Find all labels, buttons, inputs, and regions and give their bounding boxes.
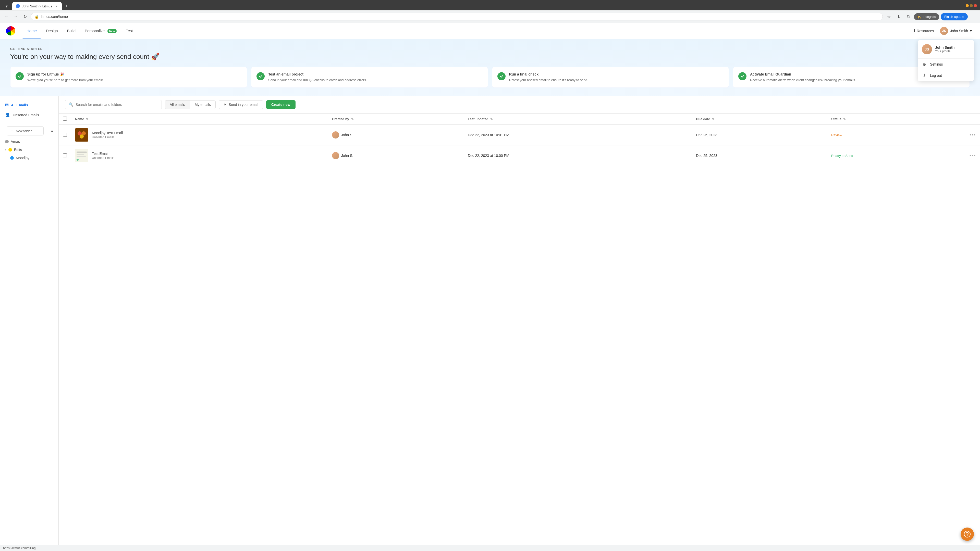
email-table-scroll[interactable]: Name ⇅ Created by ⇅ Last updated ⇅ (59, 114, 980, 551)
address-input[interactable] (41, 14, 879, 19)
svg-point-10 (964, 531, 970, 537)
nav-item-home[interactable]: Home (22, 27, 41, 35)
user-menu-button[interactable]: JS John Smith ▾ (938, 26, 974, 36)
dropdown-settings-item[interactable]: ⚙ Settings (918, 59, 974, 70)
user-avatar: JS (940, 27, 948, 35)
help-button[interactable] (961, 527, 974, 541)
incognito-button[interactable]: 🕵 Incognito (914, 13, 939, 20)
address-bar[interactable]: 🔒 (30, 13, 883, 21)
new-folder-button[interactable]: ＋ New folder (6, 126, 44, 135)
row-1-status-badge: Ready to Send (831, 154, 853, 158)
browser-tab-litmus[interactable]: John Smith > Litmus × (12, 2, 62, 10)
header-created-by[interactable]: Created by ⇅ (328, 114, 464, 125)
task-card-0: Sign up for Litmus 🎉 We're glad you're h… (10, 67, 247, 88)
new-tab-button[interactable]: + (63, 3, 70, 10)
task-check-2 (497, 72, 506, 80)
task-desc-3: Receive automatic alerts when client cha… (750, 78, 856, 83)
finish-update-button[interactable]: Finish update (941, 13, 968, 21)
header-due-date[interactable]: Due date ⇅ (692, 114, 827, 125)
folder-dot-moodjoy (10, 156, 14, 160)
sidebar-folder-edits[interactable]: ▾ Edits (0, 146, 59, 154)
nav-item-build[interactable]: Build (63, 27, 80, 35)
nav-item-test[interactable]: Test (122, 27, 137, 35)
my-emails-filter-button[interactable]: My emails (190, 100, 215, 109)
task-card-1: Test an email project Send in your email… (251, 67, 488, 88)
row-1-actions-cell: ••• (966, 145, 980, 166)
header-status[interactable]: Status ⇅ (827, 114, 966, 125)
sidebar-folder-moodjoy[interactable]: Moodjoy (0, 154, 59, 162)
personalize-new-badge: New (107, 29, 117, 33)
row-1-status-cell: Ready to Send (827, 145, 966, 166)
tab-list-btn[interactable]: ▾ (3, 3, 10, 10)
row-0-updated-cell: Dec 22, 2023 at 10:01 PM (464, 125, 692, 145)
row-0-checkbox[interactable] (63, 133, 67, 137)
row-1-checkbox[interactable] (63, 153, 67, 157)
email-list-toolbar: 🔍 All emails My emails ✈ Send in your em… (59, 96, 980, 114)
close-button[interactable] (974, 4, 977, 7)
nav-item-personalize[interactable]: Personalize New (81, 27, 121, 35)
header-actions (966, 114, 980, 125)
all-emails-filter-button[interactable]: All emails (165, 100, 189, 109)
row-1-due-cell: Dec 25, 2023 (692, 145, 827, 166)
dropdown-user-name: John Smith (935, 45, 955, 49)
tab-bar: ▾ John Smith > Litmus × + (0, 0, 980, 10)
email-0-thumbnail (75, 128, 88, 141)
download-button[interactable]: ⬇ (894, 13, 903, 21)
refresh-button[interactable]: ↻ (21, 13, 29, 20)
header-last-updated[interactable]: Last updated ⇅ (464, 114, 692, 125)
lock-icon: 🔒 (35, 14, 39, 19)
table-row[interactable]: Moodjoy Test Email Unsorted Emails John … (59, 125, 980, 145)
row-0-more-button[interactable]: ••• (969, 132, 976, 138)
list-view-button[interactable]: ≡ (49, 127, 56, 135)
maximize-button[interactable] (970, 4, 973, 7)
back-button[interactable]: ← (3, 13, 10, 20)
row-1-creator: John S. (341, 154, 353, 158)
bookmark-button[interactable]: ☆ (885, 13, 893, 21)
table-row[interactable]: Test Email Unsorted Emails John S. (59, 145, 980, 166)
sort-due-icon: ⇅ (712, 118, 714, 121)
search-input[interactable] (76, 103, 158, 106)
chevron-icon-edits: ▾ (5, 148, 6, 151)
sort-status-icon: ⇅ (843, 118, 845, 121)
sidebar-item-unsorted[interactable]: 👤 Unsorted Emails (0, 110, 59, 120)
dropdown-avatar: JS (922, 44, 932, 54)
browser-chrome: ▾ John Smith > Litmus × + ← → ↻ 🔒 ☆ ⬇ ⧉ (0, 0, 980, 23)
row-1-checkbox-cell (59, 145, 71, 166)
task-title-3: Activate Email Guardian (750, 72, 856, 76)
send-icon: ✈ (224, 103, 227, 106)
select-all-checkbox[interactable] (63, 117, 67, 121)
sort-name-icon: ⇅ (86, 118, 88, 121)
email-1-folder: Unsorted Emails (92, 156, 115, 160)
litmus-logo[interactable] (6, 26, 15, 35)
new-folder-label: New folder (16, 129, 32, 133)
header-name[interactable]: Name ⇅ (71, 114, 328, 125)
browser-menu-button[interactable]: ⋮ (969, 13, 977, 21)
sidebar-folder-amas[interactable]: Amas (0, 138, 59, 146)
tab-close-button[interactable]: × (54, 4, 58, 8)
row-1-more-button[interactable]: ••• (969, 153, 976, 158)
svg-point-11 (967, 535, 967, 536)
user-dropdown-menu: JS John Smith Your profile ⚙ Settings ⤴ … (918, 40, 974, 81)
email-table-body: Moodjoy Test Email Unsorted Emails John … (59, 125, 980, 166)
send-in-email-button[interactable]: ✈ Send in your email (219, 100, 263, 109)
svg-point-9 (76, 159, 79, 161)
svg-rect-8 (76, 156, 86, 157)
task-cards: Sign up for Litmus 🎉 We're glad you're h… (10, 67, 970, 88)
sidebar-all-emails-label: All Emails (11, 103, 28, 107)
nav-item-design[interactable]: Design (42, 27, 62, 35)
split-button[interactable]: ⧉ (904, 13, 912, 21)
forward-button[interactable]: → (12, 13, 19, 20)
nav-items: Home Design Build Personalize New Test (22, 27, 914, 35)
search-box[interactable]: 🔍 (65, 100, 162, 109)
email-0-name: Moodjoy Test Email (92, 131, 123, 135)
dropdown-profile-section[interactable]: JS John Smith Your profile (918, 40, 974, 59)
row-0-avatar (332, 131, 339, 138)
search-icon: 🔍 (68, 102, 73, 107)
dropdown-logout-item[interactable]: ⤴ Log out (918, 70, 974, 81)
minimize-button[interactable] (966, 4, 969, 7)
resources-button[interactable]: ℹ Resources (914, 28, 934, 33)
create-new-button[interactable]: Create new (266, 100, 296, 109)
dropdown-settings-label: Settings (930, 62, 943, 66)
sidebar-item-all-emails[interactable]: ✉ All Emails (0, 100, 59, 110)
unsorted-icon: 👤 (5, 113, 10, 118)
